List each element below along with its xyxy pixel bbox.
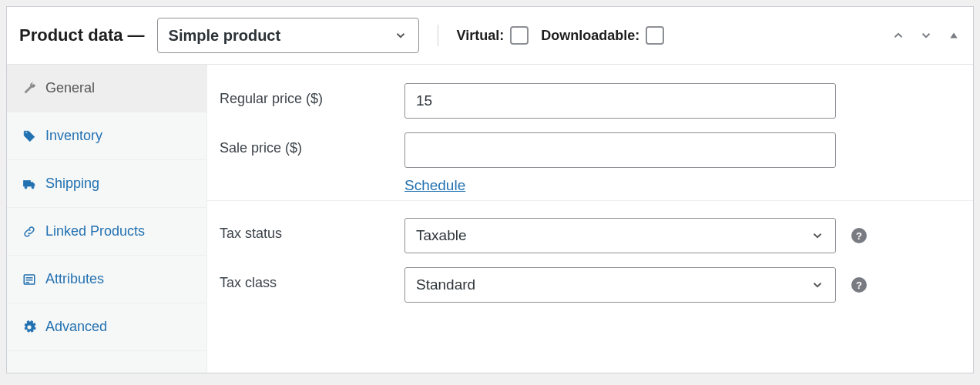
tax-class-value: Standard: [416, 276, 475, 293]
tax-status-value: Taxable: [416, 227, 467, 244]
tax-status-select[interactable]: Taxable: [404, 218, 836, 253]
virtual-checkbox[interactable]: [510, 26, 529, 45]
help-icon[interactable]: ?: [851, 277, 867, 293]
sidebar-item-label: Linked Products: [45, 223, 145, 239]
virtual-option: Virtual:: [457, 26, 529, 45]
sidebar-item-advanced[interactable]: Advanced: [7, 303, 206, 351]
product-type-select[interactable]: Simple product: [157, 18, 419, 53]
gear-icon: [22, 320, 36, 334]
general-tab-content: Regular price ($) Sale price ($) Schedul…: [207, 65, 973, 373]
chevron-down-icon: [811, 229, 824, 243]
list-icon: [22, 273, 36, 286]
sidebar-item-label: Advanced: [45, 319, 107, 335]
triangle-up-icon[interactable]: [947, 28, 961, 42]
divider: [207, 200, 973, 201]
regular-price-input[interactable]: [404, 83, 836, 119]
product-data-panel: Product data — Simple product Virtual: D…: [6, 6, 974, 373]
panel-header: Product data — Simple product Virtual: D…: [7, 7, 973, 65]
chevron-down-icon[interactable]: [919, 28, 933, 42]
sale-price-label: Sale price ($): [220, 132, 404, 156]
sidebar-item-attributes[interactable]: Attributes: [7, 256, 206, 303]
panel-title: Product data —: [19, 25, 145, 45]
tax-status-row: Tax status Taxable ?: [220, 218, 955, 253]
regular-price-label: Regular price ($): [220, 83, 404, 107]
schedule-link[interactable]: Schedule: [404, 177, 465, 194]
sidebar-item-label: General: [45, 80, 95, 96]
downloadable-checkbox[interactable]: [646, 26, 664, 45]
sidebar-item-inventory[interactable]: Inventory: [7, 112, 206, 160]
chevron-down-icon: [394, 28, 408, 42]
sidebar-item-label: Attributes: [45, 271, 104, 287]
tax-class-select[interactable]: Standard: [404, 267, 836, 303]
sidebar-item-linked-products[interactable]: Linked Products: [7, 208, 206, 256]
sidebar-item-shipping[interactable]: Shipping: [7, 160, 206, 208]
virtual-label: Virtual:: [457, 28, 505, 44]
tax-class-row: Tax class Standard ?: [220, 267, 955, 303]
sidebar-item-label: Inventory: [45, 128, 102, 144]
regular-price-row: Regular price ($): [220, 83, 955, 119]
truck-icon: [22, 177, 36, 191]
chevron-down-icon: [811, 278, 824, 292]
help-icon[interactable]: ?: [851, 228, 867, 243]
downloadable-label: Downloadable:: [541, 28, 639, 44]
tax-class-label: Tax class: [220, 267, 404, 291]
link-icon: [22, 225, 36, 239]
product-type-value: Simple product: [169, 27, 281, 45]
panel-header-controls: [891, 28, 961, 42]
wrench-icon: [22, 82, 36, 95]
sidebar: General Inventory Shipping Linked Produc…: [7, 65, 207, 373]
downloadable-option: Downloadable:: [541, 26, 664, 45]
sale-price-row: Sale price ($) Schedule: [220, 132, 955, 194]
divider: [438, 25, 438, 46]
chevron-up-icon[interactable]: [891, 28, 905, 42]
tax-status-label: Tax status: [220, 218, 404, 242]
tag-icon: [22, 129, 36, 143]
panel-body: General Inventory Shipping Linked Produc…: [7, 65, 973, 373]
sidebar-item-general[interactable]: General: [7, 65, 206, 112]
sale-price-input[interactable]: [404, 132, 836, 168]
sidebar-item-label: Shipping: [45, 176, 99, 192]
